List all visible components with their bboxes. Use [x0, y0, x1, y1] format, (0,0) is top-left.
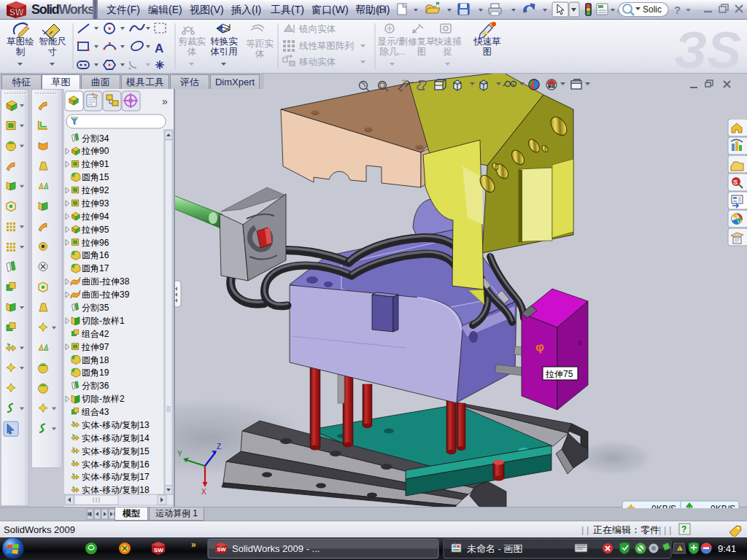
svg-text:组合42: 组合42 — [81, 329, 109, 339]
svg-text:圆角16: 圆角16 — [82, 250, 109, 260]
svg-text:实体-移动/复制17: 实体-移动/复制17 — [82, 472, 150, 482]
svg-text:显示/删: 显示/删 — [378, 36, 408, 47]
svg-text:实体-移动/复制14: 实体-移动/复制14 — [82, 433, 150, 443]
svg-text:快速捕: 快速捕 — [433, 36, 462, 47]
svg-text:未命名 - 画图: 未命名 - 画图 — [467, 543, 523, 554]
svg-text:SW: SW — [217, 546, 227, 553]
svg-text:寸: 寸 — [48, 47, 58, 57]
svg-text:实体-移动/复制16: 实体-移动/复制16 — [82, 459, 150, 470]
svg-text:?: ? — [674, 4, 681, 16]
svg-text:?: ? — [681, 524, 686, 534]
svg-text:拉伸92: 拉伸92 — [81, 185, 109, 195]
svg-text:曲面-拉伸39: 曲面-拉伸39 — [82, 289, 130, 300]
svg-text:»: » — [162, 96, 168, 107]
svg-text:移动实体: 移动实体 — [299, 57, 336, 67]
svg-text:线性草图阵列: 线性草图阵列 — [299, 41, 354, 51]
svg-text:S: S — [733, 179, 738, 186]
svg-text:SolidWorks 2009 - ...: SolidWorks 2009 - ... — [232, 543, 320, 554]
svg-text:拉伸94: 拉伸94 — [81, 211, 109, 222]
svg-text:草图绘: 草图绘 — [7, 36, 34, 47]
svg-text:实体-移动/复制13: 实体-移动/复制13 — [82, 420, 150, 430]
svg-text:分割36: 分割36 — [82, 381, 109, 391]
svg-text:拉伸91: 拉伸91 — [81, 159, 109, 169]
svg-text:9:41: 9:41 — [718, 543, 736, 554]
svg-text:切除-放样2: 切除-放样2 — [81, 394, 125, 404]
svg-text:组合43: 组合43 — [81, 407, 109, 417]
svg-text:体引用: 体引用 — [210, 47, 238, 57]
svg-text:圆角18: 圆角18 — [82, 355, 109, 365]
svg-text:快速草: 快速草 — [473, 36, 501, 47]
svg-text:分割34: 分割34 — [82, 133, 109, 144]
svg-text:修复草: 修复草 — [408, 36, 436, 47]
svg-text:拉伸95: 拉伸95 — [81, 225, 109, 235]
svg-text:拉伸90: 拉伸90 — [81, 146, 109, 156]
svg-text:拉伸93: 拉伸93 — [81, 198, 109, 209]
svg-text:制: 制 — [16, 47, 26, 57]
svg-text:A: A — [155, 42, 163, 55]
svg-text:图: 图 — [483, 47, 492, 57]
svg-text:实体-移动/复制18: 实体-移动/复制18 — [82, 485, 150, 495]
svg-text:0KB/S: 0KB/S — [651, 504, 676, 508]
svg-text:圆角19: 圆角19 — [82, 368, 109, 378]
svg-text:圆角15: 圆角15 — [82, 172, 109, 182]
svg-text:镜向实体: 镜向实体 — [298, 24, 336, 34]
svg-text:»: » — [191, 540, 196, 550]
svg-text:拉伸96: 拉伸96 — [81, 238, 109, 248]
svg-text:智能尺: 智能尺 — [39, 36, 66, 47]
svg-text:捉: 捉 — [443, 47, 453, 57]
svg-text:体: 体 — [255, 49, 265, 59]
svg-text:SW: SW — [154, 547, 163, 553]
svg-text:剪裁实: 剪裁实 — [178, 36, 206, 47]
svg-text:转换实: 转换实 — [210, 36, 238, 47]
svg-text:SW: SW — [9, 7, 24, 18]
svg-text:拉伸97: 拉伸97 — [81, 342, 109, 352]
svg-text:0KB/S: 0KB/S — [711, 504, 735, 508]
svg-text:切除-放样1: 切除-放样1 — [81, 316, 125, 326]
svg-text:曲面-拉伸38: 曲面-拉伸38 — [82, 276, 130, 287]
svg-text:图: 图 — [417, 47, 427, 57]
svg-text:除几...: 除几... — [379, 47, 405, 57]
svg-text:等距实: 等距实 — [246, 39, 274, 49]
svg-text:分割35: 分割35 — [82, 303, 109, 313]
svg-text:体: 体 — [187, 47, 197, 57]
svg-text:圆角17: 圆角17 — [82, 263, 109, 273]
svg-text:实体-移动/复制15: 实体-移动/复制15 — [82, 446, 150, 456]
svg-text:Solic: Solic — [643, 4, 662, 15]
